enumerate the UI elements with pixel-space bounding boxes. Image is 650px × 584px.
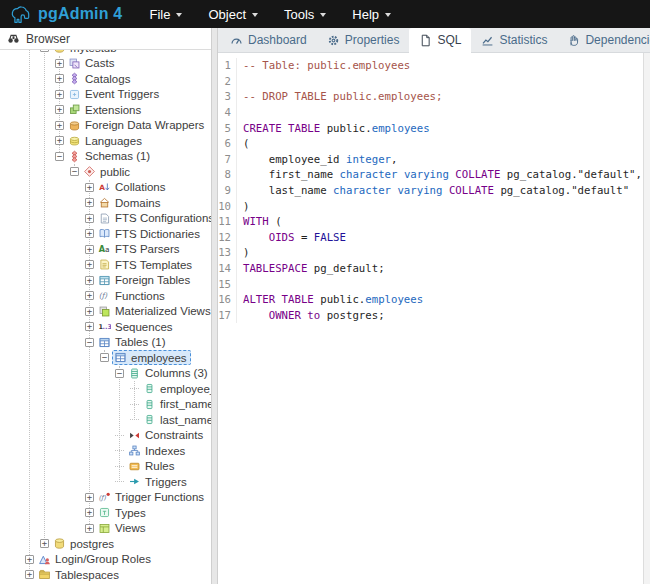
collapse-icon[interactable]: − <box>40 50 49 52</box>
tree-node[interactable]: Trigger Functions <box>98 491 204 504</box>
tree-node[interactable]: mytestdb <box>53 50 117 54</box>
tree-node[interactable]: Types <box>98 506 146 519</box>
tree-row-rules[interactable]: Rules <box>0 459 211 475</box>
tree-node[interactable]: Functions <box>98 289 165 302</box>
expand-icon[interactable]: + <box>85 229 94 238</box>
tree-node[interactable]: Sequences <box>98 320 173 333</box>
expand-icon[interactable]: + <box>85 508 94 517</box>
tab-statistics[interactable]: Statistics <box>471 28 557 52</box>
sql-code-view[interactable]: 1-- Table: public.employees23-- DROP TAB… <box>218 53 643 584</box>
tab-properties[interactable]: Properties <box>317 28 410 52</box>
tree-node[interactable]: Collations <box>98 181 166 194</box>
collapse-icon[interactable]: − <box>115 369 124 378</box>
tree-node[interactable]: Triggers <box>128 475 187 488</box>
expand-icon[interactable]: + <box>55 74 64 83</box>
vertical-scrollbar[interactable] <box>643 53 650 584</box>
tree-row-columns-3[interactable]: −Columns (3) <box>0 366 211 382</box>
menu-object[interactable]: Object <box>195 0 271 28</box>
panel-splitter[interactable] <box>211 28 218 584</box>
tree-node[interactable]: Constraints <box>128 429 203 442</box>
tree-node[interactable]: Rules <box>128 460 174 473</box>
tree-row-domains[interactable]: +Domains <box>0 195 211 211</box>
expand-icon[interactable]: + <box>85 322 94 331</box>
tree-row-tables-1[interactable]: −Tables (1) <box>0 335 211 351</box>
tree-node[interactable]: Domains <box>98 196 160 209</box>
expand-icon[interactable]: + <box>55 136 64 145</box>
tree-row-constraints[interactable]: Constraints <box>0 428 211 444</box>
tree-node[interactable]: Languages <box>68 134 142 147</box>
tree-node[interactable]: Extensions <box>68 103 141 116</box>
expand-icon[interactable]: + <box>55 90 64 99</box>
expand-icon[interactable]: + <box>85 291 94 300</box>
expand-icon[interactable]: + <box>85 198 94 207</box>
tree-row-foreign-tables[interactable]: +Foreign Tables <box>0 273 211 289</box>
tree-row-login-group-roles[interactable]: +Login/Group Roles <box>0 552 211 568</box>
tree-row-triggers[interactable]: Triggers <box>0 474 211 490</box>
expand-icon[interactable]: + <box>85 245 94 254</box>
tab-dependencies[interactable]: Dependencies <box>557 28 650 52</box>
expand-icon[interactable]: + <box>85 276 94 285</box>
tree-row-functions[interactable]: +Functions <box>0 288 211 304</box>
expand-icon[interactable]: + <box>40 539 49 548</box>
tree-row-employees[interactable]: −employees <box>0 350 211 366</box>
expand-icon[interactable]: + <box>85 307 94 316</box>
expand-icon[interactable]: + <box>85 493 94 502</box>
tree-row-types[interactable]: +Types <box>0 505 211 521</box>
tree-node[interactable]: Columns (3) <box>128 367 208 380</box>
tree-row-schemas-1[interactable]: −Schemas (1) <box>0 149 211 165</box>
tree-node[interactable]: employees <box>112 350 191 365</box>
tree-row-materialized-views[interactable]: +Materialized Views <box>0 304 211 320</box>
collapse-icon[interactable]: − <box>70 167 79 176</box>
tree-node[interactable]: first_name <box>143 398 211 411</box>
tree-row-postgres[interactable]: +postgres <box>0 536 211 552</box>
tree-row-last-name[interactable]: last_name <box>0 412 211 428</box>
tree-node[interactable]: Login/Group Roles <box>38 553 151 566</box>
tree-row-fts-configurations[interactable]: +FTS Configurations <box>0 211 211 227</box>
expand-icon[interactable]: + <box>85 524 94 533</box>
collapse-icon[interactable]: − <box>100 353 109 362</box>
tree-row-trigger-functions[interactable]: +Trigger Functions <box>0 490 211 506</box>
menu-tools[interactable]: Tools <box>271 0 339 28</box>
collapse-icon[interactable]: − <box>85 338 94 347</box>
tree-node[interactable]: Materialized Views <box>98 305 211 318</box>
tree-row-extensions[interactable]: +Extensions <box>0 102 211 118</box>
expand-icon[interactable]: + <box>25 570 34 579</box>
tree-row-sequences[interactable]: +Sequences <box>0 319 211 335</box>
tree-row-catalogs[interactable]: +Catalogs <box>0 71 211 87</box>
tree-row-languages[interactable]: +Languages <box>0 133 211 149</box>
tree-node[interactable]: public <box>83 165 130 178</box>
tree-node[interactable]: Schemas (1) <box>68 150 150 163</box>
tree-node[interactable]: Foreign Tables <box>98 274 190 287</box>
tree-row-collations[interactable]: +Collations <box>0 180 211 196</box>
tree-node[interactable]: Indexes <box>128 444 185 457</box>
expand-icon[interactable]: + <box>85 183 94 192</box>
tree-row-fts-dictionaries[interactable]: +FTS Dictionaries <box>0 226 211 242</box>
tree-row-fts-parsers[interactable]: +FTS Parsers <box>0 242 211 258</box>
tree-row-foreign-data-wrappers[interactable]: +Foreign Data Wrappers <box>0 118 211 134</box>
tree-row-public[interactable]: −public <box>0 164 211 180</box>
tree-node[interactable]: Foreign Data Wrappers <box>68 119 204 132</box>
tab-sql[interactable]: SQL <box>409 28 471 53</box>
collapse-icon[interactable]: − <box>55 152 64 161</box>
tree-row-tablespaces[interactable]: +Tablespaces <box>0 567 211 583</box>
tree-node[interactable]: last_name <box>143 413 211 426</box>
tree-row-views[interactable]: +Views <box>0 521 211 537</box>
tree-row-employee-id[interactable]: employee_id <box>0 381 211 397</box>
tree-row-event-triggers[interactable]: +Event Triggers <box>0 87 211 103</box>
tree-node[interactable]: FTS Configurations <box>98 212 211 225</box>
expand-icon[interactable]: + <box>25 555 34 564</box>
menu-file[interactable]: File <box>136 0 195 28</box>
expand-icon[interactable]: + <box>55 105 64 114</box>
menu-help[interactable]: Help <box>339 0 404 28</box>
tree-node[interactable]: postgres <box>53 537 114 550</box>
tree-row-fts-templates[interactable]: +FTS Templates <box>0 257 211 273</box>
tree-row-indexes[interactable]: Indexes <box>0 443 211 459</box>
expand-icon[interactable]: + <box>55 121 64 130</box>
tree-node[interactable]: Catalogs <box>68 72 130 85</box>
expand-icon[interactable]: + <box>55 59 64 68</box>
tree-node[interactable]: FTS Templates <box>98 258 192 271</box>
tree-node[interactable]: employee_id <box>143 382 211 395</box>
tree-row-first-name[interactable]: first_name <box>0 397 211 413</box>
tree-node[interactable]: Event Triggers <box>68 88 159 101</box>
tree-node[interactable]: Casts <box>68 57 114 70</box>
